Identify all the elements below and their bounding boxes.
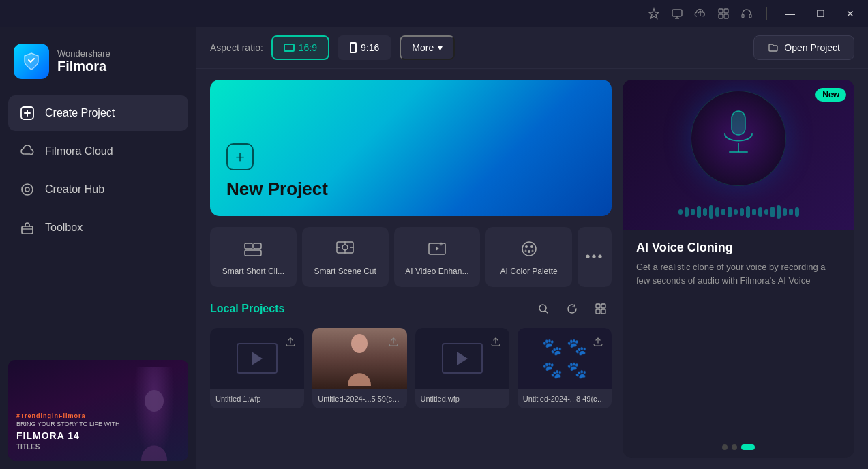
waveform	[678, 205, 799, 219]
brand-name: Wondershare	[57, 48, 110, 59]
landscape-icon	[284, 44, 295, 52]
chevron-down-icon: ▾	[438, 42, 443, 53]
ai-tool-icon[interactable]	[648, 7, 660, 20]
svg-point-20	[530, 245, 533, 248]
refresh-projects-button[interactable]	[561, 298, 583, 320]
sidebar-item-label: Filmora Cloud	[45, 145, 113, 157]
project-thumb-3	[415, 328, 509, 389]
screen-record-icon[interactable]	[671, 7, 683, 20]
svg-rect-5	[742, 14, 744, 18]
svg-rect-0	[672, 10, 682, 16]
sidebar-item-create-project[interactable]: Create Project	[8, 95, 188, 131]
upload-icon-4	[590, 333, 606, 350]
app-body: Wondershare Filmora Create Project	[0, 27, 868, 469]
search-icon	[538, 303, 549, 314]
cloud-upload-icon[interactable]	[694, 7, 706, 20]
open-project-button[interactable]: Open Project	[753, 35, 854, 60]
project-name-3: Untitled.wfp	[415, 389, 509, 408]
maximize-button[interactable]: ☐	[811, 4, 830, 23]
close-button[interactable]: ✕	[841, 4, 860, 23]
feature-description: Get a realistic clone of your voice by r…	[636, 260, 841, 287]
ai-video-enhance-icon	[425, 237, 449, 261]
sidebar-item-creator-hub[interactable]: Creator Hub	[8, 172, 188, 207]
ai-video-enhance-button[interactable]: AI Video Enhan...	[394, 227, 481, 287]
toolbox-icon	[19, 220, 35, 236]
aspect-ratio-label: Aspect ratio:	[210, 42, 263, 53]
smart-short-clip-button[interactable]: Smart Short Cli...	[210, 227, 297, 287]
more-label: More	[412, 42, 434, 53]
dot-2[interactable]	[732, 444, 737, 450]
svg-point-23	[531, 250, 533, 252]
new-badge: New	[815, 88, 846, 102]
svg-rect-4	[724, 14, 728, 18]
preview-title-text: FILMORA 14	[16, 430, 180, 441]
svg-point-29	[351, 334, 368, 353]
sidebar-item-filmora-cloud[interactable]: Filmora Cloud	[8, 134, 188, 169]
smart-scene-cut-icon	[333, 237, 357, 261]
svg-rect-10	[22, 226, 33, 234]
project-thumb-2	[312, 328, 406, 389]
aspect-16-9-label: 16:9	[299, 42, 317, 53]
upload-icon-2	[385, 333, 402, 350]
project-card-2[interactable]: Untitled-2024-...5 59(copy).wfp	[312, 328, 406, 408]
aspect-9-16-button[interactable]: 9:16	[338, 35, 391, 60]
portrait-icon	[350, 42, 357, 53]
smart-scene-cut-button[interactable]: Smart Scene Cut	[302, 227, 389, 287]
sidebar-item-label: Create Project	[45, 107, 115, 119]
mic-visual	[691, 91, 786, 186]
emoji-grid: 🐾 🐾 🐾 🐾	[542, 337, 587, 380]
sidebar-item-toolbox[interactable]: Toolbox	[8, 210, 188, 245]
sidebar-item-label: Toolbox	[45, 222, 83, 234]
svg-point-19	[525, 245, 528, 248]
sidebar-preview[interactable]: #TrendinginFilmora BRING YOUR STORY TO L…	[0, 352, 196, 469]
upload-icon-1	[282, 333, 299, 350]
feature-card-image: New	[623, 80, 854, 230]
left-panel: ＋ New Project Smart Short Cli...	[210, 80, 612, 458]
project-card-3[interactable]: Untitled.wfp	[415, 328, 509, 408]
open-project-label: Open Project	[784, 42, 840, 53]
preview-overlay: #TrendinginFilmora BRING YOUR STORY TO L…	[16, 412, 180, 453]
smart-scene-cut-label: Smart Scene Cut	[314, 267, 376, 277]
refresh-icon	[567, 303, 578, 314]
more-aspect-button[interactable]: More ▾	[400, 35, 455, 60]
grid-view-button[interactable]	[590, 298, 612, 320]
more-tools-button[interactable]: •••	[578, 227, 612, 287]
aspect-16-9-button[interactable]: 16:9	[271, 35, 329, 60]
project-card-1[interactable]: Untitled 1.wfp	[210, 328, 304, 408]
sidebar-item-label: Creator Hub	[45, 183, 104, 196]
svg-rect-27	[596, 309, 600, 314]
local-projects-section: Local Projects	[210, 298, 612, 408]
smart-short-clip-icon	[241, 237, 265, 261]
project-card-4[interactable]: 🐾 🐾 🐾 🐾	[518, 328, 612, 408]
svg-point-9	[25, 187, 29, 192]
headset-icon[interactable]	[740, 7, 753, 20]
cloud-icon	[19, 143, 35, 160]
logo-text: Wondershare Filmora	[57, 48, 110, 74]
svg-point-8	[22, 184, 33, 195]
minimize-button[interactable]: —	[781, 4, 800, 23]
new-project-plus-icon: ＋	[226, 143, 254, 170]
dot-3-active[interactable]	[741, 444, 755, 450]
feature-title: AI Voice Cloning	[636, 241, 841, 255]
ai-color-palette-icon	[517, 237, 541, 261]
search-projects-button[interactable]	[533, 298, 554, 320]
project-thumb-4: 🐾 🐾 🐾 🐾	[518, 328, 612, 389]
preview-thumbnail: #TrendinginFilmora BRING YOUR STORY TO L…	[8, 360, 188, 461]
grid-icon[interactable]	[717, 7, 730, 20]
preview-tag-text: #TrendinginFilmora	[16, 412, 180, 419]
svg-rect-26	[601, 304, 605, 308]
create-project-icon	[19, 105, 35, 121]
ellipsis-icon: •••	[585, 249, 603, 264]
project-thumb-1	[210, 328, 304, 389]
new-project-card[interactable]: ＋ New Project	[210, 80, 612, 216]
local-projects-title: Local Projects	[210, 303, 284, 315]
logo-icon	[14, 44, 49, 79]
folder-icon	[768, 42, 779, 53]
svg-rect-14	[245, 250, 261, 256]
dot-1[interactable]	[722, 444, 728, 450]
svg-point-18	[522, 242, 536, 256]
toolbar: Aspect ratio: 16:9 9:16 More ▾ Open Proj…	[196, 27, 868, 69]
new-project-label: New Project	[226, 179, 595, 200]
app-logo: Wondershare Filmora	[0, 33, 196, 95]
ai-color-palette-button[interactable]: AI Color Palette	[485, 227, 572, 287]
